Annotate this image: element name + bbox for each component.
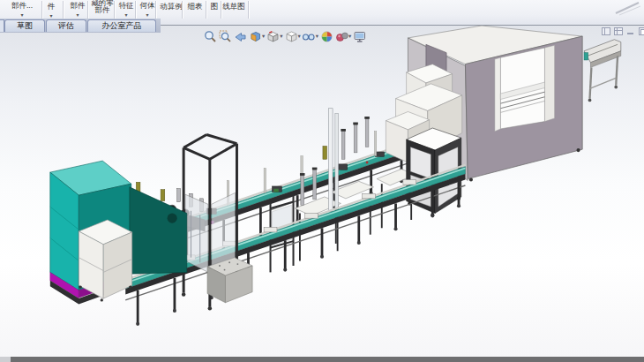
graphics-area[interactable]: ▾ ▾ ▾ ▾ ▾ [0,26,644,357]
dropdown-caret-icon[interactable]: ▾ [298,33,301,40]
minimize-icon[interactable] [626,27,635,35]
dropdown-caret-icon[interactable]: ▾ [280,33,282,40]
display-style-icon[interactable] [284,29,299,43]
toolbar-separator [41,1,43,19]
split-pane-icon[interactable] [602,27,610,35]
previous-view-icon[interactable] [233,29,248,43]
ribbon-button-assembly-features[interactable]: 特征 ▾ [116,2,136,19]
tab-sketch[interactable]: 草图 [4,19,45,32]
view-settings-icon[interactable] [352,29,367,43]
toolbar-separator [87,1,89,19]
commandmanager-tab-bar: 草图 评估 办公室产品 [0,19,161,33]
toolbar-separator [248,1,250,19]
ribbon-button-reference-geometry[interactable]: 何体 ▾ [138,2,157,19]
headsup-view-toolbar: ▾ ▾ ▾ ▾ ▾ [203,28,367,44]
toolbar-separator [182,1,183,19]
ribbon-button-insert-component[interactable]: 部件... ▾ [7,2,37,19]
hide-show-items-icon[interactable] [302,29,317,43]
ribbon-button-explode-line-sketch[interactable]: 线草图 [221,3,246,11]
toolbar-separator [135,1,137,19]
scrollbar-left-stub [0,357,11,362]
toolbar-separator [114,1,116,19]
ribbon-button-motion-study[interactable]: 动算例 [158,3,184,11]
toolbar-separator [155,1,157,19]
ribbon-button-exploded-view[interactable]: 图 [209,3,220,11]
view-orientation-icon[interactable] [266,29,281,43]
ribbon-button-bill-of-materials[interactable]: 细表 [185,3,205,11]
grid-pane-icon[interactable] [614,27,623,35]
tab-evaluate[interactable]: 评估 [46,19,86,32]
center-gray-box [207,258,252,303]
tab-office-products[interactable]: 办公室产品 [87,19,156,32]
ribbon-button-fastener[interactable]: 件 ▾ [44,3,58,20]
dropdown-caret-icon[interactable]: ▾ [316,33,318,40]
dropdown-caret-icon[interactable]: ▾ [348,33,351,40]
section-view-icon[interactable] [248,29,263,43]
restore-icon[interactable] [639,27,644,35]
zoom-to-area-icon[interactable] [218,29,233,43]
pencil-sketch-icon [610,0,642,16]
toolbar-separator [63,1,64,19]
document-window-controls [602,27,644,35]
overhead-conveyor-stand [584,40,621,102]
ribbon-button-move-component[interactable]: 部件 ▾ [67,2,88,19]
zoom-to-fit-icon[interactable] [203,29,218,43]
ribbon-button-show-hidden-components[interactable]: 藏的零 部件 [90,0,115,13]
toolbar-separator [221,1,222,19]
dropdown-caret-icon[interactable]: ▾ [262,33,265,40]
white-cabinet-stack [79,220,131,302]
apply-scene-icon[interactable] [334,29,349,43]
toolbar-separator [206,1,207,19]
assembly-3d-model [0,26,644,357]
edit-appearance-icon[interactable] [319,29,334,43]
bottom-scrollbar-edge[interactable] [0,357,644,362]
